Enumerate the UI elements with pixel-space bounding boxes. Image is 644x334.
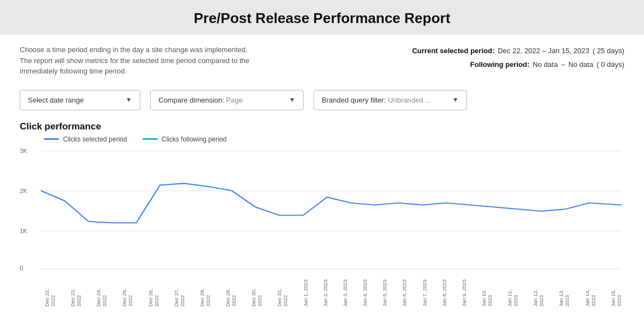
legend-following-period: Clicks following period — [143, 135, 227, 143]
branded-query-chevron-icon: ▼ — [452, 96, 459, 104]
branded-query-label: Branded query filter: Unbranded ... — [322, 96, 431, 104]
page-wrapper: Pre/Post Release Performance Report Choo… — [0, 0, 644, 334]
svg-text:3K: 3K — [20, 148, 27, 154]
x-label-5: Dec 27, 2022 — [173, 278, 185, 307]
chart-svg: 3K 2K 1K 0 — [20, 145, 624, 277]
page-title: Pre/Post Release Performance Report — [0, 10, 644, 27]
chart-title: Click performance — [20, 121, 624, 132]
legend-selected-label: Clicks selected period — [63, 135, 127, 143]
x-label-2: Dec 24, 2022 — [95, 278, 107, 307]
info-section: Choose a time period ending in the day a… — [0, 35, 644, 82]
x-label-19: Jan 10, 2023 — [481, 278, 493, 307]
x-label-21: Jan 12, 2023 — [532, 278, 544, 307]
x-label-17: Jan 8, 2023 — [441, 278, 447, 307]
x-label-15: Jan 6, 2023 — [401, 278, 407, 307]
x-label-6: Dec 28, 2022 — [199, 278, 211, 307]
compare-dimension-label: Compare dimension: Page — [158, 96, 243, 104]
svg-text:2K: 2K — [20, 188, 27, 194]
chart-section: Click performance Clicks selected period… — [0, 116, 644, 307]
x-label-0: Dec 22, 2022 — [44, 278, 56, 307]
x-label-7: Dec 29, 2022 — [225, 278, 237, 307]
x-label-12: Jan 3, 2023 — [342, 278, 348, 307]
following-period-dash: – — [561, 58, 565, 72]
following-period-days: ( 0 days) — [596, 58, 624, 72]
x-label-18: Jan 9, 2023 — [461, 278, 467, 307]
x-label-24: Jan 15, 2023 — [610, 278, 622, 307]
current-period-days: ( 25 days) — [592, 44, 624, 58]
x-label-20: Jan 11, 2023 — [506, 278, 518, 307]
legend-following-label: Clicks following period — [162, 135, 227, 143]
following-period-value: No data — [533, 58, 558, 72]
info-periods: Current selected period: Dec 22, 2022 – … — [412, 44, 624, 71]
x-label-13: Jan 4, 2023 — [362, 278, 368, 307]
compare-dimension-filter[interactable]: Compare dimension: Page ▼ — [150, 90, 304, 110]
page-header: Pre/Post Release Performance Report — [0, 0, 644, 35]
x-label-14: Jan 5, 2023 — [381, 278, 387, 307]
x-label-23: Jan 14, 2023 — [584, 278, 596, 307]
x-label-10: Jan 1, 2023 — [303, 278, 309, 307]
chart-legend: Clicks selected period Clicks following … — [44, 135, 624, 143]
x-label-1: Dec 23, 2022 — [70, 278, 82, 307]
legend-selected-period: Clicks selected period — [44, 135, 127, 143]
date-range-label: Select date range — [28, 96, 84, 104]
info-description: Choose a time period ending in the day a… — [20, 44, 261, 77]
x-label-9: Dec 31, 2022 — [276, 278, 288, 307]
x-label-11: Jan 2, 2023 — [322, 278, 328, 307]
chart-area: 3K 2K 1K 0 — [20, 145, 624, 277]
branded-query-filter[interactable]: Branded query filter: Unbranded ... ▼ — [314, 90, 467, 110]
clicks-selected-period-line — [41, 183, 621, 223]
current-period-value: Dec 22, 2022 – Jan 15, 2023 — [498, 44, 589, 58]
x-label-4: Dec 26, 2022 — [147, 278, 159, 307]
svg-text:1K: 1K — [20, 228, 27, 234]
x-label-22: Jan 13, 2023 — [558, 278, 570, 307]
legend-line-blue — [44, 138, 59, 140]
x-label-3: Dec 25, 2022 — [121, 278, 133, 307]
legend-line-cyan — [143, 138, 158, 140]
current-period-row: Current selected period: Dec 22, 2022 – … — [412, 44, 624, 58]
compare-dimension-chevron-icon: ▼ — [289, 96, 295, 104]
filters-section: Select date range ▼ Compare dimension: P… — [0, 82, 644, 116]
x-label-8: Dec 30, 2022 — [250, 278, 263, 307]
date-range-filter[interactable]: Select date range ▼ — [20, 90, 140, 110]
following-period-row: Following period: No data – No data ( 0 … — [412, 58, 624, 72]
following-period-value2: No data — [568, 58, 594, 72]
x-label-16: Jan 7, 2023 — [421, 278, 428, 307]
svg-text:0: 0 — [20, 265, 23, 271]
x-axis-labels: Dec 22, 2022 Dec 23, 2022 Dec 24, 2022 D… — [44, 278, 622, 307]
date-range-chevron-icon: ▼ — [126, 96, 132, 104]
current-period-label: Current selected period: — [412, 44, 494, 58]
following-period-label: Following period: — [470, 58, 529, 72]
